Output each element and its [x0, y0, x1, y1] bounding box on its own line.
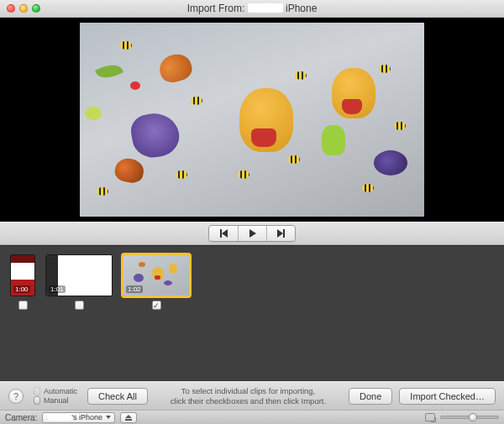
eject-button[interactable] — [120, 412, 137, 423]
hint-line-1: To select individual clips for importing… — [158, 386, 339, 396]
clip-duration: 1:01 — [49, 285, 66, 293]
window-controls — [7, 4, 40, 13]
status-bar: Camera: 's iPhone — [0, 410, 504, 424]
clip-thumbnail[interactable]: 1:01 — [45, 254, 113, 296]
title-suffix: iPhone — [286, 3, 317, 14]
clip-duration: 1:00 — [13, 285, 30, 293]
clip-item[interactable]: 1:02 ✓ — [123, 254, 190, 310]
play-button[interactable] — [238, 226, 266, 241]
camera-select[interactable]: 's iPhone — [42, 412, 115, 423]
camera-label: Camera: — [5, 413, 37, 422]
skip-back-icon — [220, 229, 228, 238]
clip-thumbnail[interactable]: 1:00 — [10, 254, 35, 296]
prev-clip-button[interactable] — [209, 226, 238, 241]
camera-value-suffix: 's iPhone — [71, 413, 102, 421]
hint-line-2: click their checkboxes and then click Im… — [158, 396, 339, 406]
play-icon — [249, 229, 256, 238]
help-icon: ? — [13, 391, 18, 401]
clip-item[interactable]: 1:00 — [10, 254, 35, 310]
thumbnail-size-slider[interactable] — [440, 416, 499, 419]
playback-segmented — [208, 225, 296, 242]
bottom-toolbar: ? Automatic Manual Check All To select i… — [0, 381, 504, 410]
close-icon[interactable] — [7, 4, 15, 13]
mode-auto-label: Automatic — [44, 387, 77, 395]
import-hint: To select individual clips for importing… — [158, 386, 339, 406]
done-button[interactable]: Done — [349, 388, 392, 405]
clip-duration: 1:02 — [126, 285, 143, 293]
next-clip-button[interactable] — [266, 226, 295, 241]
clips-strip[interactable]: 1:00 1:01 1:02 ✓ — [0, 245, 504, 381]
thumbnail-size-icon — [425, 413, 435, 421]
title-prefix: Import From: — [187, 3, 245, 14]
window-title: Import From: iPhone — [0, 3, 504, 14]
clip-thumbnail[interactable]: 1:02 — [123, 254, 190, 296]
import-checked-button[interactable]: Import Checked… — [399, 388, 496, 405]
playback-controls — [0, 222, 504, 245]
skip-forward-icon — [277, 229, 285, 238]
preview-area — [0, 18, 504, 222]
camera-name-redaction — [48, 414, 71, 421]
slider-knob[interactable] — [469, 413, 477, 421]
help-button[interactable]: ? — [8, 389, 24, 404]
clip-checkbox[interactable] — [18, 301, 28, 310]
mode-knob-auto — [34, 387, 40, 395]
mode-knob-manual — [34, 396, 40, 405]
clip-checkbox[interactable] — [75, 301, 84, 310]
preview-image — [80, 23, 424, 217]
zoom-icon[interactable] — [32, 4, 40, 13]
mode-manual-label: Manual — [44, 396, 69, 405]
clip-item[interactable]: 1:01 — [45, 254, 113, 310]
check-all-button[interactable]: Check All — [87, 388, 148, 405]
eject-icon — [125, 415, 132, 418]
minimize-icon[interactable] — [19, 4, 28, 13]
titlebar: Import From: iPhone — [0, 0, 504, 18]
clip-checkbox[interactable]: ✓ — [152, 301, 161, 310]
mode-switch[interactable]: Automatic Manual — [34, 387, 77, 405]
title-redaction — [248, 3, 283, 13]
